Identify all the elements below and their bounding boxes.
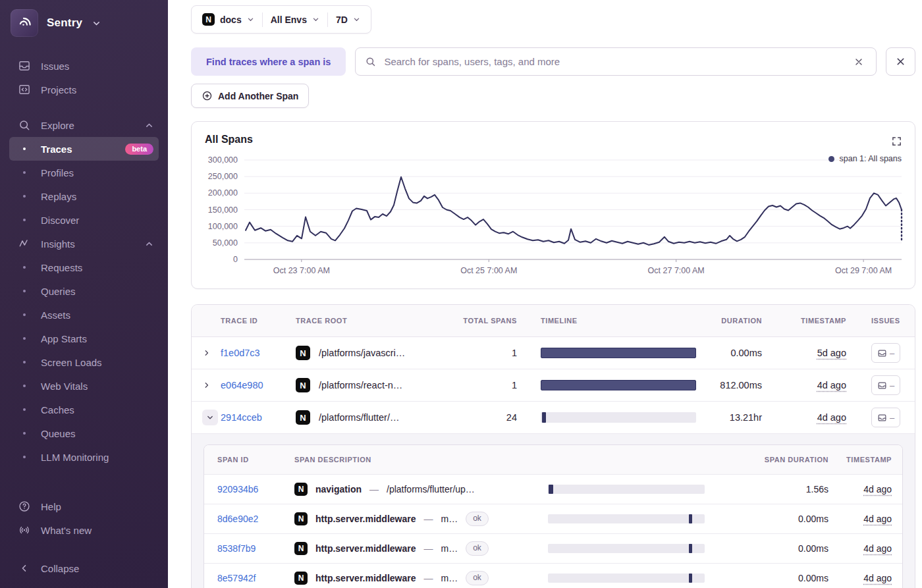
status-ok-badge: ok [466, 512, 489, 526]
trace-root-cell: N/platforms/javascri… [290, 346, 422, 360]
timeline-cell [541, 380, 696, 390]
issues-button[interactable]: – [871, 408, 900, 427]
chevron-down-icon [312, 16, 319, 23]
add-another-span-button[interactable]: Add Another Span [191, 84, 309, 108]
spans-line-chart[interactable]: 050,000100,000150,000200,000250,000300,0… [192, 122, 915, 288]
expand-chart-icon[interactable] [892, 136, 902, 146]
svg-text:150,000: 150,000 [208, 205, 238, 215]
traces-table: TRACE ID TRACE ROOT TOTAL SPANS TIMELINE… [191, 304, 915, 588]
span-id-link[interactable]: 8d6e90e2 [217, 514, 294, 524]
timestamp-cell: 4d ago [762, 412, 846, 423]
project-selector[interactable]: N docs [202, 13, 254, 26]
trace-id-link[interactable]: e064e980 [221, 380, 290, 390]
chevron-up-icon [145, 121, 153, 130]
duration-value: 13.21hr [696, 412, 762, 423]
chevron-down-icon [247, 16, 254, 23]
span-description-cell: Nnavigation—/platforms/flutter/up… [294, 483, 548, 496]
timeline-bar-segment [689, 514, 692, 523]
brand[interactable]: Sentry [0, 9, 168, 37]
environment-name: All Envs [271, 14, 307, 25]
span-id-link[interactable]: 8e57942f [217, 573, 294, 583]
span-id-link[interactable]: 8538f7b9 [217, 543, 294, 554]
span-table-row: 8d6e90e2Nhttp.server.middleware—m…ok0.00… [204, 504, 902, 534]
total-spans-value: 1 [422, 348, 517, 358]
span-description-cell: Nhttp.server.middleware—m…ok [294, 571, 548, 585]
trace-table-row: f1e0d7c3N/platforms/javascri…10.00ms5d a… [192, 337, 915, 369]
remove-span-button[interactable] [886, 47, 915, 76]
timestamp-link[interactable]: 4d ago [863, 543, 892, 554]
clear-search-icon[interactable] [851, 54, 867, 70]
environment-selector[interactable]: All Envs [271, 14, 319, 25]
date-range-selector[interactable]: 7D [336, 14, 360, 25]
sidebar-item-caches[interactable]: Caches [9, 398, 159, 421]
span-timeline-cell [548, 514, 705, 523]
span-operation: http.server.middleware [315, 514, 416, 524]
chevron-down-icon[interactable] [202, 410, 218, 425]
span-id-link[interactable]: 920934b6 [217, 484, 294, 494]
app-root: Sentry IssuesProjectsExploreTracesbetaPr… [0, 0, 922, 588]
sidebar-item-traces[interactable]: Tracesbeta [9, 137, 159, 161]
span-search-box [355, 47, 877, 76]
expand-row-toggle[interactable] [202, 348, 221, 358]
timeline-bar [548, 544, 705, 553]
trace-rows: f1e0d7c3N/platforms/javascri…10.00ms5d a… [192, 337, 915, 588]
sidebar-item-assets[interactable]: Assets [9, 303, 159, 327]
sidebar-item-web-vitals[interactable]: Web Vitals [9, 374, 159, 398]
issues-button[interactable]: – [871, 375, 900, 395]
sidebar-item-discover[interactable]: Discover [9, 208, 159, 232]
duration-value: 0.00ms [696, 348, 762, 358]
trace-id-link[interactable]: f1e0d7c3 [221, 348, 290, 358]
sidebar-item-projects[interactable]: Projects [9, 78, 159, 101]
timestamp-link[interactable]: 4d ago [863, 514, 892, 524]
sidebar-item-label: Insights [41, 238, 75, 250]
add-span-row: Add Another Span [191, 84, 915, 108]
sidebar-item-insights[interactable]: Insights [9, 232, 159, 255]
trace-id-link[interactable]: 2914cceb [221, 412, 290, 423]
sidebar-item-collapse[interactable]: Collapse [9, 556, 159, 580]
status-ok-badge: ok [466, 541, 489, 556]
svg-text:200,000: 200,000 [208, 188, 238, 198]
column-header-timeline: TIMELINE [541, 317, 696, 325]
timestamp-link[interactable]: 4d ago [817, 380, 846, 390]
sidebar-nav: IssuesProjectsExploreTracesbetaProfilesR… [0, 54, 168, 469]
sidebar-item-llm-monitoring[interactable]: LLM Monitoring [9, 445, 159, 469]
projects-icon [17, 83, 32, 96]
sidebar-item-explore[interactable]: Explore [9, 113, 159, 137]
sidebar-item-issues[interactable]: Issues [9, 54, 159, 78]
chevron-down-icon [92, 19, 101, 28]
sidebar-item-replays[interactable]: Replays [9, 184, 159, 208]
timestamp-link[interactable]: 4d ago [863, 573, 892, 583]
separator: — [424, 573, 433, 583]
span-table-row: 8e57942fNhttp.server.middleware—m…ok0.00… [204, 564, 902, 588]
search-input[interactable] [383, 55, 844, 68]
sidebar-item-help[interactable]: Help [9, 494, 159, 518]
column-header-issues: ISSUES [857, 317, 912, 325]
span-table-header: SPAN IDSPAN DESCRIPTIONSPAN DURATIONTIME… [204, 445, 902, 475]
sidebar-item-profiles[interactable]: Profiles [9, 161, 159, 184]
sidebar-item-app-starts[interactable]: App Starts [9, 327, 159, 350]
expand-row-toggle[interactable] [202, 410, 221, 425]
sidebar-item-label: Explore [41, 120, 74, 131]
svg-text:Oct 29 7:00 AM: Oct 29 7:00 AM [835, 266, 892, 275]
sidebar-item-label: Screen Loads [41, 357, 102, 368]
chart-legend[interactable]: span 1: All spans [828, 154, 902, 163]
span-description-cell: Nhttp.server.middleware—m…ok [294, 512, 548, 526]
divider [327, 13, 328, 27]
timestamp-link[interactable]: 5d ago [817, 348, 846, 358]
sidebar-item-what-s-new[interactable]: What's new [9, 518, 159, 542]
span-timeline-cell [548, 574, 705, 583]
sidebar-item-queues[interactable]: Queues [9, 421, 159, 445]
find-traces-label-button[interactable]: Find traces where a span is [191, 47, 346, 76]
timestamp-link[interactable]: 4d ago [817, 412, 846, 423]
svg-text:Oct 23 7:00 AM: Oct 23 7:00 AM [273, 266, 330, 275]
sidebar-item-requests[interactable]: Requests [9, 255, 159, 279]
sidebar-item-queries[interactable]: Queries [9, 279, 159, 303]
divider [262, 13, 263, 27]
beta-badge: beta [125, 144, 153, 155]
chart-title: All Spans [205, 134, 253, 146]
timeline-bar-segment [689, 544, 692, 553]
expand-row-toggle[interactable] [202, 381, 221, 390]
sidebar-item-screen-loads[interactable]: Screen Loads [9, 350, 159, 374]
timestamp-link[interactable]: 4d ago [863, 484, 892, 494]
issues-button[interactable]: – [871, 343, 900, 363]
